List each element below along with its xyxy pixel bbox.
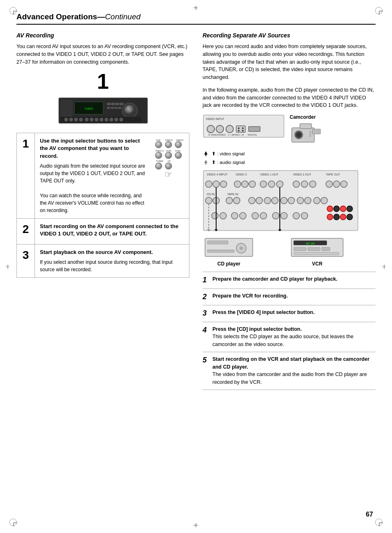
page-header: Advanced Operations—Continued [16, 12, 376, 25]
svg-point-55 [238, 130, 240, 132]
svg-point-19 [69, 118, 73, 121]
svg-text:L—MONO—R: L—MONO—R [228, 134, 244, 136]
back-panel-svg: VIDEO 4 INPUT VIDEO 3 VIDEO 1 OUT VIDEO … [203, 170, 359, 231]
step-content-3: Start playback on the source AV componen… [35, 245, 189, 278]
step-1-title: Use the input selector buttons to select… [40, 137, 148, 160]
svg-point-51 [226, 125, 233, 133]
mid-cross-bottom [193, 522, 199, 528]
svg-point-109 [212, 212, 218, 219]
svg-point-33 [155, 141, 162, 148]
right-intro-1: Here you can record audio and video from… [203, 43, 376, 81]
svg-text:VIDEO1: VIDEO1 [165, 139, 173, 141]
svg-point-21 [79, 118, 83, 121]
svg-rect-70 [205, 155, 206, 156]
svg-point-105 [297, 197, 304, 204]
svg-point-83 [249, 181, 256, 187]
svg-rect-69 [300, 124, 311, 129]
vcr-svg: 00:00 [291, 238, 344, 258]
svg-point-79 [213, 181, 219, 187]
big-step-indicator: 1 [16, 71, 189, 92]
list-item: 3 Press the [VIDEO 4] input selector but… [203, 305, 376, 321]
vcr-device: 00:00 VCR [291, 238, 344, 267]
svg-point-116 [281, 212, 287, 219]
devices-row: CD player 00:00 VCR [203, 238, 376, 267]
step-r5-number: 5 [203, 355, 212, 365]
svg-point-90 [326, 181, 332, 187]
svg-point-86 [277, 181, 283, 187]
svg-point-50 [216, 125, 224, 133]
steps-table: 1 Use the input selector buttons to sele… [16, 133, 189, 278]
svg-point-136 [240, 247, 243, 250]
table-row: 2 Start recording on the AV component co… [17, 218, 189, 244]
svg-point-44 [155, 163, 162, 169]
svg-point-89 [309, 181, 316, 187]
svg-point-118 [301, 212, 308, 219]
svg-rect-71 [205, 163, 206, 165]
svg-point-25 [100, 118, 103, 121]
svg-point-22 [85, 118, 88, 121]
mid-cross-top [193, 5, 199, 11]
step-r5-text: Start recording on the VCR and start pla… [212, 355, 376, 386]
svg-point-82 [242, 181, 248, 187]
svg-point-112 [240, 212, 246, 219]
svg-text:TUNER: TUNER [84, 107, 93, 111]
step-r2-number: 2 [203, 292, 212, 302]
step-number-3: 3 [17, 245, 35, 278]
svg-point-102 [272, 197, 278, 204]
svg-point-68 [310, 136, 311, 137]
page-title: Advanced Operations—Continued [16, 12, 141, 21]
svg-text:TAPE IN: TAPE IN [227, 193, 238, 196]
svg-point-24 [95, 118, 98, 121]
svg-text:TAPE OUT: TAPE OUT [326, 173, 340, 176]
svg-point-92 [341, 181, 347, 187]
svg-text:DVD: DVD [156, 139, 161, 141]
step-content-1: Use the input selector buttons to select… [35, 133, 189, 219]
step-r3-text: Press the [VIDEO 4] input selector butto… [212, 309, 315, 316]
svg-text:VIDEO 3: VIDEO 3 [155, 150, 164, 152]
step-r4-title: Press the [CD] input selector button. [212, 326, 302, 332]
svg-point-53 [238, 127, 240, 129]
svg-point-121 [340, 206, 346, 212]
svg-point-20 [74, 118, 78, 121]
svg-text:00:00: 00:00 [306, 242, 314, 245]
diagram-area: VIDEO INPUT S VIDEO [203, 114, 376, 267]
step-r4-body: This selects the CD player as the audio … [212, 334, 353, 347]
step-r4-text: Press the [CD] input selector button. Th… [212, 325, 376, 348]
big-step-number: 1 [97, 69, 109, 93]
svg-point-119 [327, 206, 333, 212]
step-r4-number: 4 [203, 325, 212, 335]
svg-point-28 [115, 118, 118, 121]
svg-rect-13 [107, 107, 110, 109]
svg-point-35 [175, 141, 182, 148]
svg-text:☞: ☞ [164, 169, 173, 178]
svg-rect-10 [115, 103, 119, 105]
svg-text:S VIDEO: S VIDEO [208, 134, 219, 136]
svg-rect-142 [308, 247, 320, 251]
svg-point-80 [220, 181, 227, 187]
corner-tr [373, 5, 385, 16]
svg-rect-143 [322, 247, 330, 251]
audio-signal-item: ⬆ : audio signal [203, 158, 376, 167]
audio-signal-label: ⬆ : audio signal [212, 158, 245, 167]
svg-point-108 [321, 197, 327, 204]
step-r1-title: Prepare the camcorder and CD player for … [212, 276, 337, 282]
svg-text:VIDEO2: VIDEO2 [176, 139, 184, 141]
step-r2-title: Prepare the VCR for recording. [212, 293, 288, 299]
vcr-label: VCR [291, 261, 344, 267]
camcorder-svg [290, 122, 327, 146]
svg-point-113 [252, 212, 258, 219]
svg-text:VIDEO 4 INPUT: VIDEO 4 INPUT [207, 173, 228, 176]
step-r5-title: Start recording on the VCR and start pla… [212, 356, 369, 370]
step-2-title: Start recording on the AV component conn… [40, 223, 184, 238]
step-r2-text: Prepare the VCR for recording. [212, 292, 288, 300]
svg-point-88 [301, 181, 308, 187]
svg-point-6 [129, 109, 131, 112]
svg-point-18 [65, 118, 68, 121]
svg-rect-8 [107, 103, 111, 105]
svg-text:VCR1: VCR1 [166, 150, 172, 152]
svg-text:DIGITAL: DIGITAL [248, 134, 258, 136]
left-section-title: AV Recording [16, 32, 189, 39]
step-r3-number: 3 [203, 309, 212, 318]
svg-rect-52 [236, 126, 245, 132]
svg-text:VIDEO 3: VIDEO 3 [235, 173, 247, 176]
